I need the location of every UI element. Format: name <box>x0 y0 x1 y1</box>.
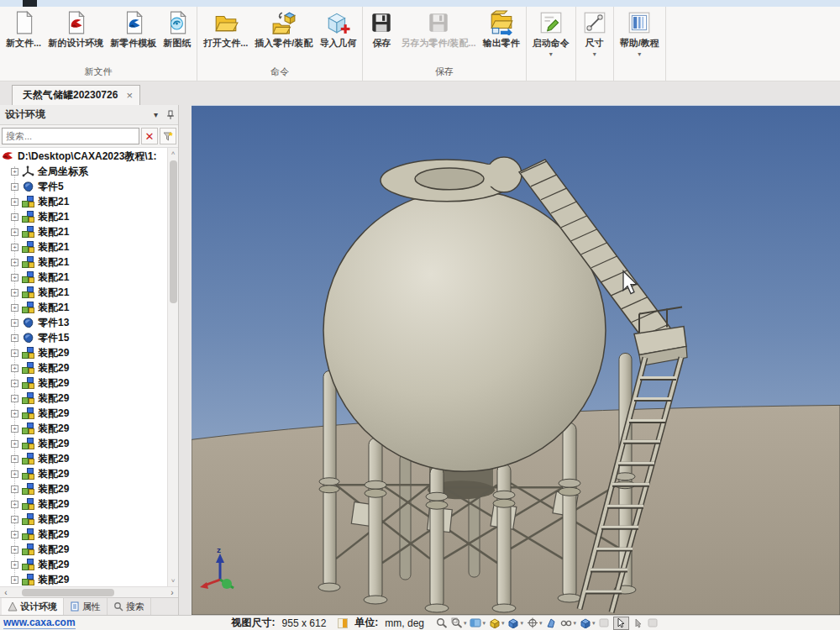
vertical-scrollbar[interactable]: ˄ ˅ <box>167 148 178 586</box>
panel-splitter[interactable] <box>179 105 192 615</box>
tree-item[interactable]: +零件13 <box>0 315 167 330</box>
zoom-icon[interactable] <box>435 617 448 629</box>
expand-icon[interactable]: + <box>11 470 18 478</box>
tree-item[interactable]: +装配29 <box>0 360 167 375</box>
import-geometry-button[interactable]: 导入几何 <box>316 8 360 51</box>
tree-item[interactable]: +装配29 <box>0 527 167 542</box>
start-command-button[interactable]: 启动命令▾ <box>529 8 573 60</box>
tree-root-item[interactable]: D:\Desktop\CAXA2023教程\1: <box>0 149 167 164</box>
clear-search-button[interactable]: ✕ <box>141 128 158 144</box>
expand-icon[interactable]: + <box>11 425 18 433</box>
hscrollbar-thumb[interactable] <box>22 589 114 596</box>
expand-icon[interactable]: + <box>11 319 18 327</box>
cube-view-icon[interactable] <box>507 617 520 629</box>
tree-item[interactable]: +装配29 <box>0 421 167 436</box>
orbit-icon[interactable] <box>526 617 538 629</box>
cursor-small-icon[interactable] <box>632 617 644 629</box>
expand-icon[interactable]: + <box>11 349 18 357</box>
tree-item[interactable]: +装配29 <box>0 375 167 391</box>
expand-icon[interactable]: + <box>11 183 18 191</box>
tree-item[interactable]: +零件5 <box>0 179 167 194</box>
chevron-down-icon[interactable]: ▾ <box>539 620 543 627</box>
panel-tab-search[interactable]: 搜索 <box>108 598 151 615</box>
expand-icon[interactable]: + <box>11 501 18 508</box>
tree-item[interactable]: +装配29 <box>0 466 167 481</box>
tree-item[interactable]: +装配29 <box>0 512 167 527</box>
tree-item[interactable]: +装配21 <box>0 194 167 209</box>
tree-item[interactable]: +装配29 <box>0 557 167 572</box>
tree-item[interactable]: +装配29 <box>0 345 167 360</box>
expand-icon[interactable]: + <box>11 576 18 584</box>
expand-icon[interactable]: + <box>11 244 18 251</box>
help-tutorial-button[interactable]: 帮助/教程▾ <box>617 8 663 60</box>
tree-item[interactable]: +装配21 <box>0 209 167 224</box>
tree-item[interactable]: +装配21 <box>0 239 167 255</box>
expand-icon[interactable]: + <box>11 198 18 206</box>
chevron-down-icon[interactable]: ▾ <box>593 51 596 58</box>
scrollbar-thumb[interactable] <box>170 160 177 303</box>
export-part-button[interactable]: 输出零件 <box>480 8 523 51</box>
tree-item[interactable]: +装配21 <box>0 300 167 315</box>
expand-icon[interactable]: + <box>11 274 18 281</box>
tree-item[interactable]: +装配29 <box>0 436 167 451</box>
ghost-icon[interactable] <box>647 617 659 629</box>
document-tab[interactable]: 天然气储罐20230726 × <box>12 85 140 105</box>
viewport-3d[interactable]: z <box>192 105 840 615</box>
zoom-window-icon[interactable] <box>450 617 463 629</box>
dimension-button[interactable]: 尺寸▾ <box>579 8 611 60</box>
expand-icon[interactable]: + <box>11 334 18 342</box>
expand-icon[interactable]: + <box>11 440 18 448</box>
save-button[interactable]: 保存 <box>365 8 397 51</box>
open-file-button[interactable]: 打开文件... <box>200 8 251 51</box>
expand-icon[interactable]: + <box>11 455 18 463</box>
tree-item[interactable]: +装配29 <box>0 496 167 512</box>
expand-icon[interactable]: + <box>11 546 18 554</box>
scroll-right-icon[interactable]: › <box>166 588 178 597</box>
tree-item[interactable]: +装配29 <box>0 406 167 421</box>
scroll-left-icon[interactable]: ‹ <box>0 588 12 597</box>
tree-item[interactable]: +装配29 <box>0 481 167 496</box>
chevron-down-icon[interactable]: ▾ <box>574 620 577 627</box>
scroll-up-icon[interactable]: ˄ <box>171 148 176 159</box>
tree-item[interactable]: +装配29 <box>0 451 167 466</box>
chevron-down-icon[interactable]: ▾ <box>464 620 467 627</box>
expand-icon[interactable]: + <box>11 531 18 538</box>
expand-icon[interactable]: + <box>11 561 18 569</box>
panel-tab-design-env[interactable]: 设计环境 <box>2 598 64 615</box>
chevron-down-icon[interactable]: ▾ <box>483 620 486 627</box>
chevron-down-icon[interactable]: ▾ <box>638 51 641 58</box>
render-mode-icon[interactable] <box>488 617 501 629</box>
chevron-down-icon[interactable]: ▾ <box>549 51 553 58</box>
cube-display-icon[interactable] <box>579 617 591 629</box>
new-part-template-button[interactable]: 新零件模板 <box>107 8 160 51</box>
horizontal-scrollbar[interactable]: ‹ › <box>0 586 178 597</box>
insert-part-button[interactable]: 插入零件/装配 <box>251 8 316 51</box>
chevron-down-icon[interactable]: ▾ <box>592 620 596 627</box>
tree-item[interactable]: +装配21 <box>0 270 167 285</box>
search-input[interactable] <box>2 128 139 144</box>
tree-item[interactable]: +全局坐标系 <box>0 164 167 179</box>
pin-icon[interactable] <box>166 110 175 120</box>
highlight-divider-icon[interactable] <box>338 618 348 628</box>
panel-dropdown-icon[interactable]: ▾ <box>154 110 158 119</box>
expand-icon[interactable]: + <box>11 365 18 372</box>
tree-item[interactable]: +装配29 <box>0 542 167 557</box>
tree-item[interactable]: +零件15 <box>0 330 167 345</box>
expand-icon[interactable]: + <box>11 410 18 417</box>
cursor-select-icon[interactable] <box>613 617 629 630</box>
filter-icon[interactable] <box>160 128 176 144</box>
expand-icon[interactable]: + <box>11 304 18 312</box>
new-design-env-button[interactable]: 新的设计环境 <box>45 8 107 51</box>
expand-icon[interactable]: + <box>11 289 18 297</box>
ghost-icon[interactable] <box>598 617 611 629</box>
tree-item[interactable]: +装配21 <box>0 285 167 300</box>
caxa-website-link[interactable]: www.caxa.com <box>3 617 76 629</box>
chevron-down-icon[interactable]: ▾ <box>501 620 505 627</box>
prism-icon[interactable] <box>545 617 558 629</box>
tree-item[interactable]: +装配21 <box>0 224 167 239</box>
expand-icon[interactable]: + <box>11 380 18 387</box>
expand-icon[interactable]: + <box>11 395 18 402</box>
scroll-down-icon[interactable]: ˅ <box>171 575 176 586</box>
view-style-icon[interactable] <box>470 617 482 629</box>
chevron-down-icon[interactable]: ▾ <box>521 620 524 627</box>
